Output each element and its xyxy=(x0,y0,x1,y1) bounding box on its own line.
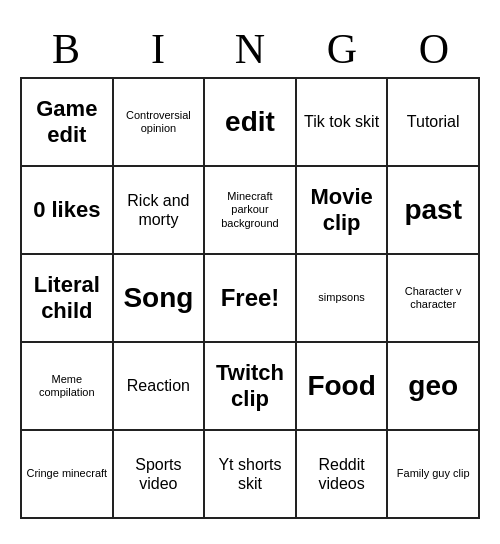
bingo-cell-24[interactable]: Family guy clip xyxy=(388,431,480,519)
bingo-cell-14[interactable]: Character v character xyxy=(388,255,480,343)
bingo-cell-2[interactable]: edit xyxy=(205,79,297,167)
bingo-cell-10[interactable]: Literal child xyxy=(22,255,114,343)
bingo-cell-20[interactable]: Cringe minecraft xyxy=(22,431,114,519)
bingo-cell-15[interactable]: Meme compilation xyxy=(22,343,114,431)
letter-g: G xyxy=(298,25,386,73)
bingo-cell-22[interactable]: Yt shorts skit xyxy=(205,431,297,519)
letter-n: N xyxy=(206,25,294,73)
bingo-cell-3[interactable]: Tik tok skit xyxy=(297,79,389,167)
bingo-cell-12[interactable]: Free! xyxy=(205,255,297,343)
bingo-title: B I N G O xyxy=(20,25,480,73)
bingo-cell-21[interactable]: Sports video xyxy=(114,431,206,519)
bingo-cell-6[interactable]: Rick and morty xyxy=(114,167,206,255)
bingo-cell-7[interactable]: Minecraft parkour background xyxy=(205,167,297,255)
bingo-cell-17[interactable]: Twitch clip xyxy=(205,343,297,431)
bingo-grid: Game editControversial opinioneditTik to… xyxy=(20,77,480,519)
bingo-cell-4[interactable]: Tutorial xyxy=(388,79,480,167)
bingo-cell-5[interactable]: 0 likes xyxy=(22,167,114,255)
bingo-cell-8[interactable]: Movie clip xyxy=(297,167,389,255)
bingo-cell-18[interactable]: Food xyxy=(297,343,389,431)
letter-i: I xyxy=(114,25,202,73)
bingo-cell-13[interactable]: simpsons xyxy=(297,255,389,343)
letter-b: B xyxy=(22,25,110,73)
bingo-cell-0[interactable]: Game edit xyxy=(22,79,114,167)
bingo-cell-16[interactable]: Reaction xyxy=(114,343,206,431)
letter-o: O xyxy=(390,25,478,73)
bingo-cell-9[interactable]: past xyxy=(388,167,480,255)
bingo-cell-1[interactable]: Controversial opinion xyxy=(114,79,206,167)
bingo-card: B I N G O Game editControversial opinion… xyxy=(10,15,490,529)
bingo-cell-23[interactable]: Reddit videos xyxy=(297,431,389,519)
bingo-cell-11[interactable]: Song xyxy=(114,255,206,343)
bingo-cell-19[interactable]: geo xyxy=(388,343,480,431)
